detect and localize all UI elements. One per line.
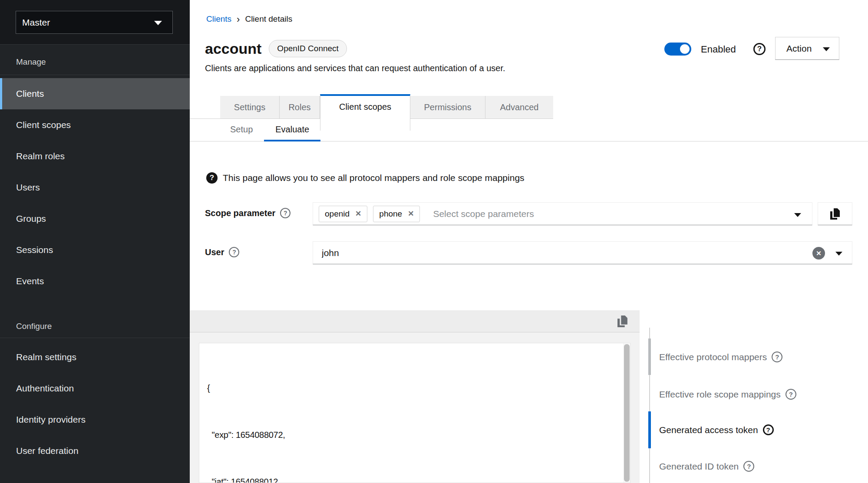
scope-chip-openid: openid ✕ [319,206,367,222]
sidebar-item-identity-providers[interactable]: Identity providers [0,404,190,435]
code-toolbar [190,310,640,332]
code-scrollbar-thumb[interactable] [624,344,630,482]
breadcrumb: Clients › Client details [206,14,292,24]
panel-tab-label: Effective protocol mappers [659,352,767,362]
nav-group-manage: Manage [16,57,46,67]
subtab-evaluate[interactable]: Evaluate [264,119,320,141]
enabled-label: Enabled [701,44,736,55]
code-line: { [207,380,606,396]
breadcrumb-current: Client details [245,14,292,24]
tab-advanced[interactable]: Advanced [485,96,553,119]
panel-tab-effective-role-scope-mappings[interactable]: Effective role scope mappings ? [659,389,796,400]
enabled-toggle[interactable] [664,43,691,56]
breadcrumb-chevron-icon: › [237,15,240,23]
nav-divider [0,75,190,75]
help-icon[interactable]: ? [743,461,754,472]
token-code-editor[interactable]: { "exp": 1654088072, "iat": 1654088012, … [199,343,630,483]
subtab-setup[interactable]: Setup [219,119,264,141]
info-text: This page allows you to see all protocol… [223,173,525,183]
chevron-down-icon [823,47,830,51]
tabs-left-border [190,94,220,119]
sidebar-item-authentication[interactable]: Authentication [0,373,190,404]
user-input[interactable] [313,242,852,264]
scope-parameter-label: Scope parameter [205,208,275,218]
panel-tab-label: Effective role scope mappings [659,389,781,400]
copy-icon [617,315,628,327]
sidebar-item-sessions[interactable]: Sessions [0,234,190,266]
toggle-knob [680,44,690,54]
page-description: Clients are applications and services th… [205,63,505,73]
generated-token-panel: { "exp": 1654088072, "iat": 1654088012, … [190,310,640,483]
protocol-badge: OpenID Connect [269,40,347,57]
chip-label: openid [325,209,350,219]
code-scrollbar[interactable] [624,343,630,483]
sidebar-header: Master [0,0,190,45]
sidebar-item-realm-settings[interactable]: Realm settings [0,342,190,373]
action-dropdown-label: Action [786,43,812,54]
chip-label: phone [379,209,402,219]
help-icon[interactable]: ? [753,43,766,55]
panel-tab-effective-protocol-mappers[interactable]: Effective protocol mappers ? [659,352,782,362]
user-label: User [205,247,224,257]
nav-configure-list: Realm settings Authentication Identity p… [0,342,190,467]
page-title: account [205,40,261,57]
token-json: { "exp": 1654088072, "iat": 1654088012, … [199,343,630,483]
title-row: account OpenID Connect [205,37,347,60]
sidebar-item-user-federation[interactable]: User federation [0,435,190,467]
help-icon[interactable]: ? [280,208,290,218]
scope-parameter-label-row: Scope parameter ? [205,208,290,218]
sidebar: Master Manage Clients Client scopes Real… [0,0,190,483]
info-help-icon: ? [206,172,218,184]
tab-roles[interactable]: Roles [280,96,320,119]
user-label-row: User ? [205,247,239,257]
sidebar-item-users[interactable]: Users [0,172,190,203]
panel-tab-label: Generated access token [659,425,758,435]
sidebar-item-client-scopes[interactable]: Client scopes [0,109,190,141]
copy-icon [829,208,841,220]
panel-tab-generated-id-token[interactable]: Generated ID token ? [659,461,754,472]
sidebar-item-events[interactable]: Events [0,266,190,297]
copy-code-button[interactable] [617,315,628,327]
realm-select[interactable]: Master [16,11,173,34]
help-icon[interactable]: ? [772,352,782,362]
nav-group-configure: Configure [16,322,52,331]
chevron-down-icon [154,21,162,25]
help-icon[interactable]: ? [229,247,239,257]
chevron-down-icon[interactable] [794,213,801,217]
client-scopes-subtabs: Setup Evaluate [190,119,868,141]
panel-tab-label: Generated ID token [659,461,739,472]
help-icon[interactable]: ? [763,424,774,435]
copy-scope-button[interactable] [818,202,852,225]
action-dropdown[interactable]: Action [775,37,839,60]
code-line: "iat": 1654088012, [207,474,606,483]
help-icon[interactable]: ? [785,389,796,400]
remove-chip-icon[interactable]: ✕ [408,209,414,218]
user-select: ✕ [313,241,852,264]
panel-tabs-scroll-thumb[interactable] [648,338,651,375]
info-row: ? This page allows you to see all protoc… [206,172,525,184]
realm-select-value: Master [22,17,50,28]
nav-manage-list: Clients Client scopes Realm roles Users … [0,78,190,297]
tab-permissions[interactable]: Permissions [410,96,485,119]
chevron-down-icon[interactable] [835,252,842,256]
clear-user-icon[interactable]: ✕ [812,247,825,260]
code-line: "exp": 1654088072, [207,427,606,443]
active-panel-tab-indicator [648,411,651,448]
tab-settings[interactable]: Settings [220,96,280,119]
sidebar-item-clients[interactable]: Clients [0,78,190,109]
scope-select-placeholder: Select scope parameters [433,209,534,219]
remove-chip-icon[interactable]: ✕ [355,209,361,218]
panel-tab-generated-access-token[interactable]: Generated access token ? [659,424,774,435]
nav-divider [0,338,190,338]
sidebar-item-realm-roles[interactable]: Realm roles [0,141,190,172]
scope-chip-phone: phone ✕ [373,206,420,222]
sidebar-item-groups[interactable]: Groups [0,203,190,234]
scope-parameter-select[interactable]: openid ✕ phone ✕ Select scope parameters [313,202,812,225]
breadcrumb-clients-link[interactable]: Clients [206,14,231,24]
